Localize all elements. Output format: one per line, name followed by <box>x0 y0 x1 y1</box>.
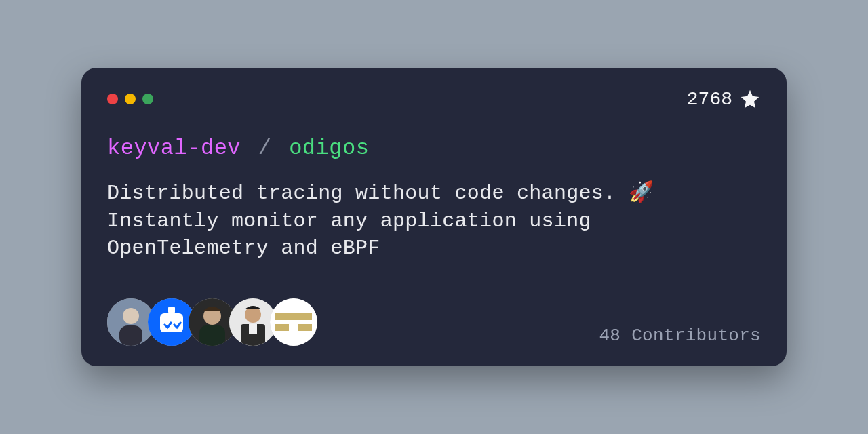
path-separator: / <box>258 136 272 161</box>
repo-owner[interactable]: keyval-dev <box>107 136 241 161</box>
svg-rect-8 <box>199 326 225 346</box>
avatar[interactable] <box>270 298 317 346</box>
contributor-avatars <box>107 298 311 346</box>
repo-description: Distributed tracing without code changes… <box>107 180 717 262</box>
star-count: 2768 <box>687 88 761 110</box>
svg-point-1 <box>123 308 139 324</box>
repo-name[interactable]: odigos <box>289 136 369 161</box>
repo-card: 2768 keyval-dev / odigos Distributed tra… <box>81 68 787 366</box>
repo-path: keyval-dev / odigos <box>107 136 761 161</box>
contributors-count: 48 Contributors <box>599 326 761 346</box>
svg-rect-5 <box>168 307 175 313</box>
maximize-icon[interactable] <box>142 94 153 104</box>
svg-rect-16 <box>275 320 312 324</box>
svg-rect-12 <box>249 324 257 334</box>
svg-rect-2 <box>119 326 142 346</box>
star-icon <box>739 88 761 110</box>
minimize-icon[interactable] <box>125 94 136 104</box>
titlebar: 2768 <box>107 88 761 110</box>
close-icon[interactable] <box>107 94 118 104</box>
star-count-value: 2768 <box>687 89 732 110</box>
card-footer: 48 Contributors <box>107 298 761 346</box>
traffic-lights <box>107 94 153 104</box>
